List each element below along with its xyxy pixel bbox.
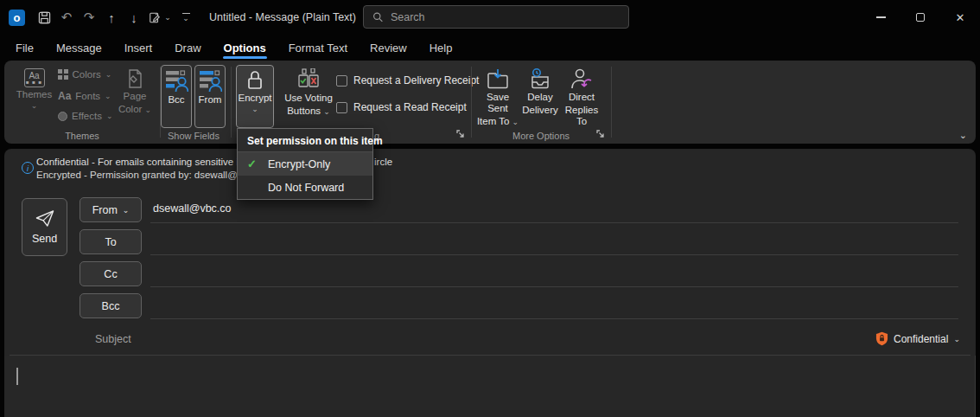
tab-message[interactable]: Message bbox=[45, 35, 113, 61]
tab-file[interactable]: File bbox=[4, 35, 45, 61]
chevron-down-icon: ⌄ bbox=[123, 207, 130, 214]
read-receipt-checkbox-row[interactable]: Request a Read Receipt bbox=[336, 101, 467, 113]
quick-access-toolbar: o ↶ ↷ ↑ ↓ ⌄ bbox=[0, 0, 197, 35]
undo-button[interactable]: ↶ bbox=[55, 6, 78, 29]
bcc-field-button[interactable]: Bcc bbox=[80, 293, 142, 318]
direct-replies-icon bbox=[570, 68, 593, 90]
save-button[interactable] bbox=[33, 6, 55, 29]
voting-buttons-icon bbox=[296, 68, 321, 91]
save-sent-label-2: Item To ⌄ bbox=[477, 116, 519, 127]
bcc-field-underline[interactable] bbox=[150, 318, 958, 319]
page-color-button[interactable]: Page Color ⌄ bbox=[115, 65, 155, 128]
tab-options[interactable]: Options bbox=[213, 35, 277, 61]
menu-item-do-not-forward[interactable]: Do Not Forward bbox=[238, 176, 372, 199]
delay-delivery-label-2: Delivery bbox=[522, 105, 558, 116]
arrow-up-icon: ↑ bbox=[108, 10, 115, 25]
draw-ink-button[interactable]: ⌄ bbox=[145, 6, 175, 29]
bcc-field-label: Bcc bbox=[102, 300, 120, 312]
direct-replies-label-1: Direct bbox=[569, 92, 595, 103]
move-up-button[interactable]: ↑ bbox=[100, 6, 123, 29]
title-bar: o ↶ ↷ ↑ ↓ ⌄ bbox=[0, 0, 980, 35]
send-button[interactable]: Send bbox=[22, 198, 67, 256]
chevron-down-icon: ⌄ bbox=[959, 130, 967, 140]
minimize-button[interactable] bbox=[861, 0, 900, 35]
menu-item-encrypt-only[interactable]: ✓ Encrypt-Only bbox=[238, 152, 372, 176]
subject-input[interactable]: Subject bbox=[95, 333, 131, 345]
redo-button[interactable]: ↷ bbox=[78, 6, 100, 29]
message-body[interactable] bbox=[4, 356, 976, 417]
cc-field-label: Cc bbox=[104, 268, 117, 280]
themes-group-label: Themes bbox=[4, 131, 160, 141]
redo-icon: ↷ bbox=[84, 10, 95, 25]
read-receipt-checkbox[interactable] bbox=[336, 102, 347, 113]
encrypt-dropdown-menu: Set permission on this item ✓ Encrypt-On… bbox=[237, 128, 373, 200]
more-options-group-label: More Options bbox=[476, 131, 606, 141]
bcc-toggle-button[interactable]: Bcc bbox=[161, 65, 192, 128]
cc-field-button[interactable]: Cc bbox=[80, 261, 142, 286]
text-cursor bbox=[16, 368, 18, 385]
save-icon bbox=[38, 11, 51, 24]
to-field-button[interactable]: To bbox=[80, 229, 142, 254]
menu-item-label: Do Not Forward bbox=[268, 182, 344, 194]
undo-icon: ↶ bbox=[61, 10, 73, 25]
tab-review[interactable]: Review bbox=[359, 35, 418, 61]
to-field-underline[interactable] bbox=[150, 254, 958, 255]
customize-toolbar-icon: ⌄ bbox=[182, 13, 190, 22]
more-options-dialog-launcher[interactable] bbox=[595, 129, 606, 139]
delivery-receipt-checkbox-row[interactable]: Request a Delivery Receipt bbox=[336, 74, 479, 87]
tracking-dialog-launcher[interactable] bbox=[455, 129, 466, 139]
effects-button[interactable]: Effects ⌄ bbox=[58, 111, 113, 121]
encrypt-menu-header: Set permission on this item bbox=[238, 129, 372, 151]
chevron-down-icon: ⌄ bbox=[105, 93, 111, 99]
from-field-button[interactable]: From ⌄ bbox=[80, 197, 142, 222]
group-separator bbox=[231, 67, 232, 138]
save-sent-label-1: Save Sent bbox=[476, 92, 519, 114]
tab-draw[interactable]: Draw bbox=[163, 35, 212, 61]
lock-icon bbox=[246, 69, 264, 91]
send-button-label: Send bbox=[32, 233, 57, 245]
themes-button[interactable]: Aa■ ■ ■ Themes ⌄ bbox=[14, 65, 54, 128]
search-box[interactable] bbox=[363, 5, 629, 29]
tab-insert[interactable]: Insert bbox=[113, 35, 164, 61]
use-voting-buttons-button[interactable]: Use Voting Buttons ⌄ bbox=[279, 65, 338, 128]
chevron-down-icon: ⌄ bbox=[31, 102, 38, 109]
move-down-button[interactable]: ↓ bbox=[123, 6, 145, 29]
arrow-down-icon: ↓ bbox=[130, 10, 137, 25]
save-sent-item-to-button[interactable]: Save Sent Item To ⌄ bbox=[476, 65, 519, 128]
cc-field-underline[interactable] bbox=[150, 286, 958, 287]
maximize-button[interactable] bbox=[900, 0, 940, 35]
delay-delivery-button[interactable]: Delay Delivery bbox=[521, 65, 559, 128]
delivery-receipt-checkbox[interactable] bbox=[336, 75, 347, 87]
from-fields-icon bbox=[199, 69, 222, 93]
chevron-down-icon: ⌄ bbox=[105, 71, 112, 78]
fonts-button[interactable]: Aa Fonts ⌄ bbox=[58, 90, 111, 102]
tab-format-text[interactable]: Format Text bbox=[277, 35, 359, 61]
to-field-label: To bbox=[105, 236, 116, 248]
customize-quick-access-button[interactable]: ⌄ bbox=[175, 6, 197, 29]
colors-button[interactable]: Colors ⌄ bbox=[58, 69, 111, 80]
delay-delivery-icon bbox=[529, 68, 551, 90]
group-separator bbox=[611, 67, 612, 138]
close-icon: ✕ bbox=[956, 11, 965, 24]
save-sent-folder-icon bbox=[487, 68, 509, 90]
from-toggle-button[interactable]: From bbox=[194, 65, 226, 128]
chevron-down-icon: ⌄ bbox=[106, 112, 113, 119]
from-button-label: From bbox=[199, 94, 222, 106]
page-color-label-1: Page bbox=[124, 91, 147, 102]
confidential-shield-icon bbox=[875, 331, 888, 346]
compose-pane: i Confidential - For emails containing s… bbox=[4, 149, 976, 417]
close-button[interactable]: ✕ bbox=[940, 0, 980, 35]
tab-help[interactable]: Help bbox=[418, 35, 464, 61]
minimize-icon bbox=[876, 16, 886, 17]
sensitivity-badge-label: Confidential bbox=[894, 333, 948, 345]
encrypt-button[interactable]: Encrypt ⌄ bbox=[236, 65, 274, 128]
outlook-message-window: o ↶ ↷ ↑ ↓ ⌄ bbox=[0, 0, 980, 417]
fonts-button-label: Fonts bbox=[75, 91, 100, 101]
search-input[interactable] bbox=[391, 11, 620, 23]
direct-replies-to-button[interactable]: Direct Replies To bbox=[559, 65, 604, 128]
chevron-down-icon: ⌄ bbox=[251, 106, 258, 112]
themes-icon: Aa■ ■ ■ bbox=[24, 68, 45, 87]
collapse-ribbon-button[interactable]: ⌄ bbox=[959, 130, 967, 141]
chevron-down-icon: ⌄ bbox=[164, 14, 171, 21]
sensitivity-badge[interactable]: Confidential ⌄ bbox=[875, 331, 960, 346]
